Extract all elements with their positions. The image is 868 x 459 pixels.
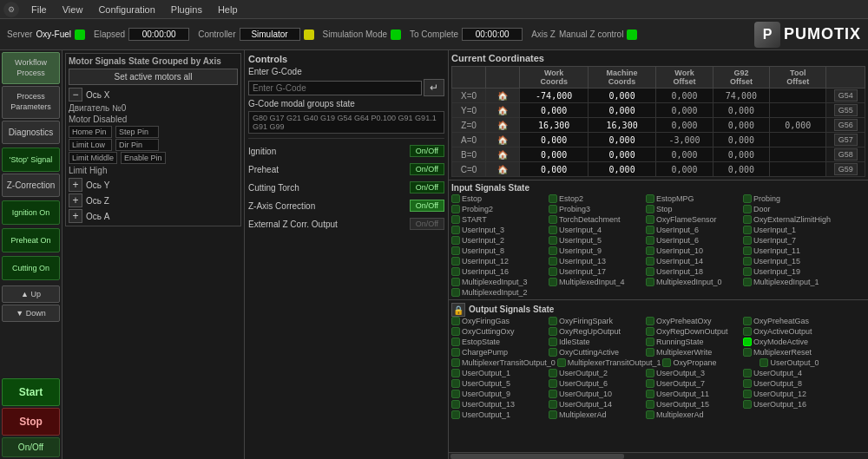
output-led-7 xyxy=(743,327,752,336)
g54-btn-3[interactable]: G57 xyxy=(834,134,858,146)
coord-home-btn-1[interactable]: 🏠 xyxy=(486,103,520,118)
output-name-21: UserOutput_2 xyxy=(559,369,608,377)
controls-panel: Controls Enter G-Code ↵ G-Code modal gro… xyxy=(245,50,449,459)
g54-btn-0[interactable]: G54 xyxy=(834,89,858,102)
coord-home-btn-2[interactable]: 🏠 xyxy=(486,118,520,133)
gcode-input[interactable] xyxy=(248,81,422,95)
onoff-button[interactable]: On/Off xyxy=(2,437,60,457)
input-name-11: OxyExternalZlimitHigh xyxy=(753,215,831,224)
sidebar-preheat[interactable]: Preheat On xyxy=(2,228,60,252)
sidebar-ignition[interactable]: Ignition On xyxy=(2,200,60,225)
output-led-3 xyxy=(743,317,752,325)
stop-button[interactable]: Stop xyxy=(2,408,60,436)
output-name-17: MultiplexerTransitOutput_1 xyxy=(568,358,661,367)
coord-g92-0: 74,000 xyxy=(713,89,769,103)
coord-offset-3: -3,000 xyxy=(656,133,713,148)
input-name-35: MultiplexedInput_1 xyxy=(753,278,819,286)
output-signal-16: MultiplexerTransitOutput_0 xyxy=(451,358,556,367)
output-name-19: UserOutput_0 xyxy=(770,358,819,367)
axis-z-expand-btn[interactable]: + xyxy=(69,193,82,207)
zcorr-toggle[interactable]: On/Off xyxy=(410,200,444,212)
input-name-25: UserInput_13 xyxy=(559,257,606,266)
ignition-toggle[interactable]: On/Off xyxy=(410,145,444,157)
input-name-3: Probing xyxy=(753,194,780,203)
sidebar-diagnostics[interactable]: Diagnostics xyxy=(2,121,60,144)
coord-work-4: 0,000 xyxy=(520,148,588,162)
start-button[interactable]: Start xyxy=(2,378,60,406)
coord-machine-5: 0,000 xyxy=(588,162,655,177)
axis-y-expand-btn[interactable]: + xyxy=(69,178,82,192)
output-led-15 xyxy=(743,348,752,357)
output-name-36: UserOutput_1 xyxy=(462,410,510,419)
input-signal-11: OxyExternalZlimitHigh xyxy=(743,215,838,224)
input-name-0: Estop xyxy=(462,194,482,203)
output-signal-29: UserOutput_10 xyxy=(549,390,644,398)
g54-btn-4[interactable]: G58 xyxy=(834,148,858,161)
output-led-14 xyxy=(646,348,654,357)
g54-btn-5[interactable]: G59 xyxy=(834,163,858,175)
input-name-1: Estop2 xyxy=(559,194,583,203)
input-led-26 xyxy=(646,257,654,266)
gcode-enter-btn[interactable]: ↵ xyxy=(424,79,444,96)
coord-machine-4: 0,000 xyxy=(588,148,655,162)
preheat-row: Preheat On/Off xyxy=(248,161,444,177)
simulation-label: Simulation Mode xyxy=(323,30,387,39)
external-row: External Z Corr. Output On/Off xyxy=(248,216,444,232)
output-name-15: MultiplexerReset xyxy=(753,348,812,357)
input-signals-title: Input Signals State xyxy=(451,183,865,193)
main-layout: Workflow Process Process Parameters Diag… xyxy=(0,50,868,459)
coord-home-btn-3[interactable]: 🏠 xyxy=(486,133,520,148)
coord-home-btn-5[interactable]: 🏠 xyxy=(486,162,520,177)
menu-plugins[interactable]: Plugins xyxy=(164,3,209,16)
output-led-17 xyxy=(557,358,566,367)
scrollbar[interactable] xyxy=(449,452,868,459)
sidebar-workflow[interactable]: Workflow Process xyxy=(2,52,60,84)
output-name-12: ChargePump xyxy=(462,348,508,357)
cutting-toggle[interactable]: On/Off xyxy=(410,181,444,193)
input-led-25 xyxy=(549,257,557,266)
input-name-17: UserInput_5 xyxy=(559,236,602,245)
g54-btn-1[interactable]: G55 xyxy=(834,104,858,116)
output-led-19 xyxy=(760,358,768,367)
coord-home-btn-4[interactable]: 🏠 xyxy=(486,148,520,162)
menu-view[interactable]: View xyxy=(56,3,90,16)
menu-file[interactable]: File xyxy=(24,3,54,16)
input-led-24 xyxy=(451,257,460,266)
input-led-22 xyxy=(646,246,654,255)
sidebar-stop-signal[interactable]: 'Stop' Signal xyxy=(2,148,60,172)
preheat-toggle[interactable]: On/Off xyxy=(410,163,444,175)
jog-up-btn[interactable]: ▲ Up xyxy=(2,285,60,303)
input-signal-16: UserInput_2 xyxy=(451,236,547,245)
menu-bar: ⚙ File View Configuration Plugins Help xyxy=(0,0,868,19)
set-motors-btn[interactable]: Set active motors all xyxy=(69,69,238,85)
g54-btn-2[interactable]: G56 xyxy=(834,119,858,131)
output-name-33: UserOutput_14 xyxy=(559,400,612,409)
coord-tool-3 xyxy=(770,133,826,148)
lock-icon[interactable]: 🔒 xyxy=(451,303,465,317)
external-toggle[interactable]: On/Off xyxy=(410,218,444,230)
motor-panel: Motor Signals State Grouped by Axis Set … xyxy=(62,50,245,459)
input-led-29 xyxy=(549,267,557,276)
output-signal-8: EstopState xyxy=(451,338,547,346)
output-signal-20: UserOutput_1 xyxy=(451,369,547,377)
output-signal-9: IdleState xyxy=(549,338,644,346)
sidebar-process[interactable]: Process Parameters xyxy=(2,86,60,118)
coord-home-btn-0[interactable]: 🏠 xyxy=(486,89,520,103)
pumotix-icon: P xyxy=(754,22,780,48)
sidebar-z-correction[interactable]: Z-Correction xyxy=(2,174,60,197)
ignition-label: Ignition xyxy=(248,147,276,156)
menu-configuration[interactable]: Configuration xyxy=(91,3,161,16)
input-name-4: Probing2 xyxy=(462,205,493,213)
axis-a-expand-btn[interactable]: + xyxy=(69,209,82,223)
coord-tool-0 xyxy=(770,89,826,103)
motor-collapse-btn[interactable]: − xyxy=(69,88,82,102)
input-name-31: UserInput_19 xyxy=(753,267,800,276)
jog-down-btn[interactable]: ▼ Down xyxy=(2,305,60,322)
output-name-20: UserOutput_1 xyxy=(462,369,510,377)
output-led-37 xyxy=(549,410,557,419)
output-signal-37: MultiplexerAd xyxy=(549,410,644,419)
axis-y-label: Ось Y xyxy=(86,180,109,190)
sidebar-cutting[interactable]: Cutting On xyxy=(2,256,60,280)
output-signal-7: OxyActiveOutput xyxy=(743,327,838,336)
menu-help[interactable]: Help xyxy=(211,3,245,16)
